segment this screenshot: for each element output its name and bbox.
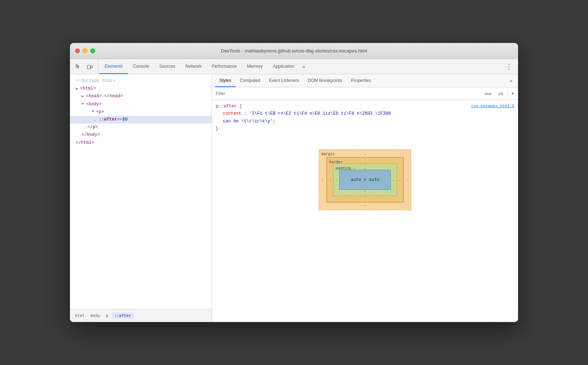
filter-actions: :hov .cls + [482,90,514,97]
margin-top[interactable]: - [364,151,366,157]
padding-label: padding - [336,165,355,171]
dom-line-body[interactable]: ▼ <body> [70,101,212,108]
box-model: margin - - - - border - - - - [319,149,411,210]
tab-properties[interactable]: Properties [346,74,375,87]
padding-left[interactable]: - [336,177,338,183]
tab-console[interactable]: Console [128,59,154,74]
dom-line-head[interactable]: ▶ <head>…</head> [70,93,212,100]
toolbar-icons [73,59,98,74]
css-property-value[interactable]: 'I\F1 t\EB rn\E2 ti\F4 n\E0 liz\E6 ti\F8… [249,111,391,116]
dom-line-html[interactable]: ▶ <html> [70,85,212,93]
box-model-area: margin - - - - border - - - - [216,133,514,227]
tab-network[interactable]: Network [180,59,207,74]
css-property-name[interactable]: content [223,111,241,116]
tab-application[interactable]: Application [268,59,299,74]
tab-dom-breakpoints[interactable]: DOM Breakpoints [303,74,347,87]
dom-line-body-close: </body> [70,131,212,139]
padding-top[interactable]: - [364,165,366,172]
close-button[interactable] [75,48,80,53]
border-right[interactable]: - [399,177,401,183]
tab-computed[interactable]: Computed [236,74,264,87]
dom-panel: <!doctype html> ▶ <html> ▶ <head>…</head… [70,74,212,322]
box-border[interactable]: border - - - - padding - - - [326,157,403,202]
filter-bar: :hov .cls + [212,87,518,100]
right-panel: Styles Computed Event Listeners DOM Brea… [212,74,518,322]
dom-tree: <!doctype html> ▶ <html> ▶ <head>…</head… [70,74,212,309]
dom-line-p[interactable]: ▼ <p> [70,108,212,116]
expand-arrow[interactable]: ▼ [92,109,96,115]
breadcrumb-html[interactable]: html [73,313,87,319]
devtools-toolbar: Elements Console Sources Network Perform… [70,59,518,74]
tab-sources[interactable]: Sources [154,59,180,74]
styles-tabs: Styles Computed Event Listeners DOM Brea… [212,74,518,87]
css-declaration: content : 'I\F1 t\EB rn\E2 ti\F4 n\E0 li… [216,110,514,117]
tab-memory[interactable]: Memory [242,59,268,74]
filter-input[interactable] [216,91,479,96]
filter-divider [508,90,508,97]
expand-arrow[interactable]: ▼ [82,101,86,107]
margin-bottom[interactable]: - [364,202,366,208]
css-rules-panel: p::after { css-escapes.html:5 content : … [212,100,518,322]
tab-performance[interactable]: Performance [207,59,242,74]
css-source-link[interactable]: css-escapes.html:5 [471,103,514,110]
dom-line-p-close: </p> [70,123,212,131]
more-tabs-button[interactable]: » [299,59,308,74]
box-padding[interactable]: padding - - - - - auto × auto [333,164,397,196]
expand-arrow[interactable]: ▶ [82,94,86,99]
toolbar-tabs: Elements Console Sources Network Perform… [99,59,299,74]
expand-arrow[interactable]: ▶ [76,86,80,92]
border-left[interactable]: - [329,177,332,183]
more-style-tabs-button[interactable]: » [507,74,515,87]
devtools-main: <!doctype html> ▶ <html> ▶ <head>…</head… [70,74,518,322]
breadcrumb: html body p ::after [70,309,212,322]
padding-bottom[interactable]: - [364,188,366,194]
device-toggle-button[interactable] [85,62,95,72]
svg-rect-1 [91,66,92,68]
window-title: DevTools - mathiasbynens.github.io/css-d… [221,48,367,54]
cls-button[interactable]: .cls [496,91,505,97]
tab-elements[interactable]: Elements [99,59,128,74]
minimize-button[interactable] [83,48,87,53]
traffic-lights [75,48,95,53]
devtools-menu-button[interactable]: ⋮ [503,59,515,74]
css-rule: p::after { css-escapes.html:5 content : … [216,103,514,133]
inspect-icon-button[interactable] [73,62,83,72]
box-margin[interactable]: margin - - - - border - - - - [319,149,411,210]
breadcrumb-body[interactable]: body [89,313,103,319]
maximize-button[interactable] [90,48,95,53]
tab-event-listeners[interactable]: Event Listeners [264,74,303,87]
tab-styles[interactable]: Styles [215,74,236,87]
dom-line-doctype: <!doctype html> [70,77,212,85]
hov-button[interactable]: :hov [482,91,493,97]
svg-rect-0 [87,65,90,69]
box-content[interactable]: auto × auto [339,170,391,189]
add-rule-button[interactable]: + [511,90,514,97]
devtools-window: DevTools - mathiasbynens.github.io/css-d… [70,43,518,322]
padding-right[interactable]: - [392,177,395,183]
breadcrumb-p[interactable]: p [104,313,111,319]
titlebar: DevTools - mathiasbynens.github.io/css-d… [70,43,518,59]
dom-line-after[interactable]: … ::after == $0 [70,116,212,123]
breadcrumb-after[interactable]: ::after [112,313,133,319]
content-dimensions: auto × auto [350,176,379,183]
margin-left[interactable]: - [321,177,324,183]
margin-label: margin [321,151,334,157]
dom-line-html-close: </html> [70,139,212,147]
css-selector[interactable]: p::after { [216,104,242,109]
margin-right[interactable]: - [407,177,409,183]
